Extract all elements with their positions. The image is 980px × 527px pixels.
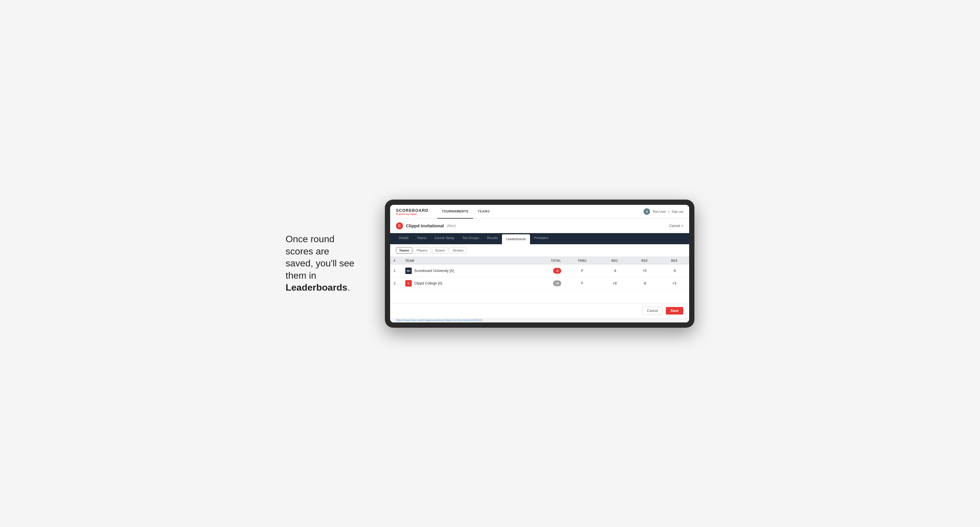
tab-teams[interactable]: Teams: [413, 233, 430, 244]
team-label-2: Clippd College [A]: [414, 281, 442, 286]
rank-1: 1: [390, 265, 402, 277]
desc-line4: them in: [286, 270, 316, 281]
col-total: TOTAL: [526, 257, 565, 265]
rd2-1: +5: [630, 265, 659, 277]
col-rank: #: [390, 257, 402, 265]
desc-line5-bold: Leaderboards: [286, 282, 347, 293]
user-name: Test User: [652, 210, 666, 213]
thru-2: F: [565, 277, 600, 289]
sub-navigation: Details Teams Course Setup Tee Groups Re…: [390, 233, 689, 244]
rd1-2: +8: [600, 277, 630, 289]
score-badge-2: +3: [553, 281, 561, 286]
team-name-1: SU Scoreboard University [A]: [402, 265, 526, 277]
nav-links: TOURNAMENTS TEAMS: [437, 205, 644, 219]
team-name-2: C Clippd College [A]: [402, 277, 526, 289]
tab-tee-groups[interactable]: Tee Groups: [458, 233, 483, 244]
logo-area: SCOREBOARD Powered by clippd: [396, 208, 428, 215]
team-logo-2: C: [405, 280, 412, 287]
col-rd2: RD2: [630, 257, 659, 265]
user-avatar: S: [644, 208, 650, 215]
team-logo-1: SU: [405, 268, 412, 274]
nav-right: S Test User | Sign out: [644, 208, 683, 215]
content-area: # TEAM TOTAL THRU RD1 RD2 RD3 1: [390, 257, 689, 303]
rd1-1: -4: [600, 265, 630, 277]
col-rd1: RD1: [600, 257, 630, 265]
col-thru: THRU: [565, 257, 600, 265]
tab-printables[interactable]: Printables: [530, 233, 552, 244]
tab-leaderboards[interactable]: Leaderboards: [502, 234, 530, 244]
rd3-1: -6: [659, 265, 689, 277]
filter-teams-button[interactable]: Teams: [396, 247, 412, 254]
table-row: 1 SU Scoreboard University [A] -5 F: [390, 265, 689, 277]
table-row: 2 C Clippd College [A] +3 F: [390, 277, 689, 289]
nav-separator: |: [668, 210, 669, 213]
table-body: 1 SU Scoreboard University [A] -5 F: [390, 265, 689, 290]
score-badge-1: -5: [553, 268, 561, 274]
filter-scores-button[interactable]: Scores: [432, 247, 448, 254]
powered-by: Powered by clippd: [396, 213, 428, 215]
nav-tournaments[interactable]: TOURNAMENTS: [437, 205, 473, 219]
tab-course-setup[interactable]: Course Setup: [430, 233, 458, 244]
bottom-footer: Cancel Save: [390, 303, 689, 318]
table-header: # TEAM TOTAL THRU RD1 RD2 RD3: [390, 257, 689, 265]
footer-cancel-button[interactable]: Cancel: [642, 307, 663, 315]
brand-name: clippd: [410, 213, 417, 215]
leaderboard-table: # TEAM TOTAL THRU RD1 RD2 RD3 1: [390, 257, 689, 290]
col-team: TEAM: [402, 257, 526, 265]
rank-2: 2: [390, 277, 402, 289]
team-cell-1: SU Scoreboard University [A]: [405, 268, 523, 274]
tablet-frame: SCOREBOARD Powered by clippd TOURNAMENTS…: [385, 200, 694, 328]
tournament-gender: (Men): [447, 224, 456, 228]
desc-line3: saved, you'll see: [286, 258, 355, 268]
thru-1: F: [565, 265, 600, 277]
tournament-icon: C: [396, 222, 403, 229]
desc-line2: scores are: [286, 246, 329, 257]
nav-teams[interactable]: TEAMS: [473, 205, 495, 219]
tournament-name: Clippd Invitational: [406, 223, 444, 228]
team-cell-2: C Clippd College [A]: [405, 280, 523, 287]
rd3-2: +3: [659, 277, 689, 289]
url-text: https://stage-blue-coach.stagescoreboard…: [396, 319, 482, 322]
tab-results[interactable]: Results: [483, 233, 502, 244]
filter-bar: Teams Players Scores Strokes: [390, 244, 689, 257]
tab-details[interactable]: Details: [395, 233, 413, 244]
tablet-screen: SCOREBOARD Powered by clippd TOURNAMENTS…: [390, 205, 689, 322]
footer-save-button[interactable]: Save: [666, 307, 683, 314]
left-description: Once round scores are saved, you'll see …: [286, 233, 368, 294]
desc-line1: Once round: [286, 234, 334, 244]
total-2: +3: [526, 277, 565, 289]
filter-strokes-button[interactable]: Strokes: [449, 247, 467, 254]
tournament-header: C Clippd Invitational (Men) Cancel ×: [390, 219, 689, 233]
page-container: Once round scores are saved, you'll see …: [286, 200, 694, 328]
col-rd3: RD3: [659, 257, 689, 265]
app-logo: SCOREBOARD: [396, 208, 428, 213]
team-label-1: Scoreboard University [A]: [414, 269, 454, 273]
tournament-title-area: C Clippd Invitational (Men): [396, 222, 456, 229]
header-cancel-button[interactable]: Cancel ×: [669, 224, 683, 228]
url-bar: https://stage-blue-coach.stagescoreboard…: [390, 318, 689, 322]
sign-out-link[interactable]: Sign out: [671, 210, 683, 213]
rd2-2: -8: [630, 277, 659, 289]
top-navigation: SCOREBOARD Powered by clippd TOURNAMENTS…: [390, 205, 689, 219]
total-1: -5: [526, 265, 565, 277]
filter-players-button[interactable]: Players: [414, 247, 431, 254]
desc-period: .: [347, 282, 350, 293]
